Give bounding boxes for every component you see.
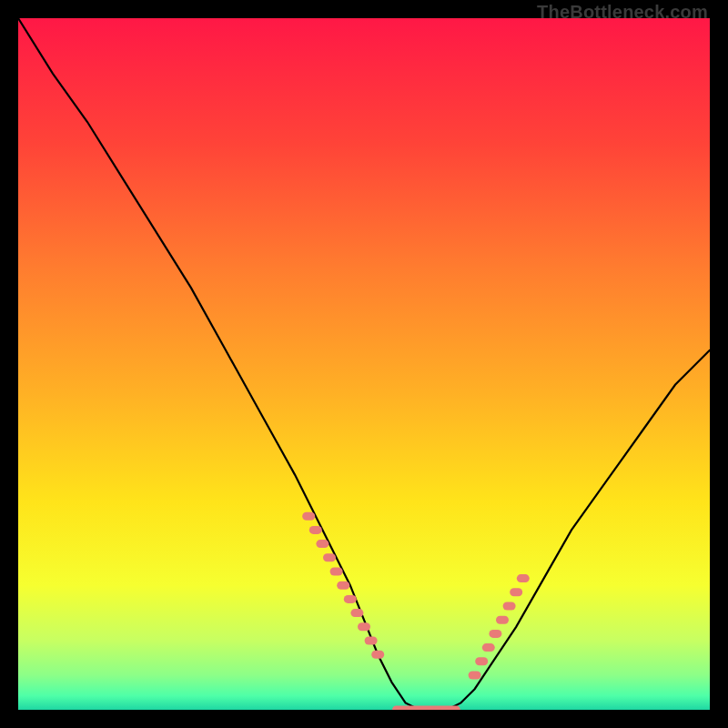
optimal-marker: [365, 637, 378, 645]
optimal-marker: [482, 643, 495, 652]
optimal-marker: [344, 595, 357, 603]
optimal-marker: [371, 651, 384, 659]
optimal-marker: [323, 553, 336, 561]
optimal-marker: [350, 609, 363, 617]
optimal-marker: [496, 616, 509, 624]
plot-area: [18, 18, 710, 710]
optimal-markers: [302, 512, 530, 710]
optimal-marker: [503, 602, 516, 611]
bottleneck-curve: [18, 18, 710, 710]
optimal-marker: [517, 574, 530, 582]
optimal-marker: [358, 622, 370, 631]
optimal-marker: [309, 526, 322, 534]
optimal-marker: [510, 588, 522, 596]
optimal-marker: [469, 672, 481, 680]
optimal-marker: [475, 657, 488, 665]
optimal-marker: [302, 512, 315, 521]
optimal-marker: [489, 630, 501, 638]
optimal-marker: [337, 581, 349, 590]
optimal-marker: [316, 540, 329, 548]
optimal-marker: [330, 568, 343, 576]
chart-frame: TheBottleneck.com: [0, 0, 728, 728]
curve-layer: [18, 18, 710, 710]
